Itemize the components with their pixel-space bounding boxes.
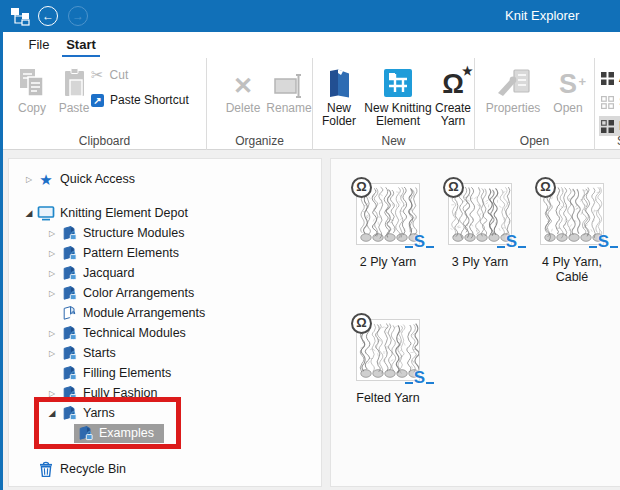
forward-button[interactable]: → <box>68 6 88 26</box>
create-yarn-button[interactable]: Ω★ Create Yarn <box>431 61 475 128</box>
paste-icon <box>53 61 95 99</box>
tree-item-module-arrangements[interactable]: Module Arrangements <box>9 303 321 323</box>
tree-item-starts[interactable]: ▷Starts <box>9 343 321 363</box>
tree-expander-collapsed-icon[interactable]: ▷ <box>46 229 58 238</box>
squares-filled-icon <box>601 72 614 85</box>
tree-item-inner: Examples <box>74 424 164 443</box>
tree-item-inner: Color Arrangements <box>58 284 204 303</box>
ribbon-group-organize: ✕ Delete Rename Organize <box>207 58 313 150</box>
yarn-item-2-ply-yarn[interactable]: ΩS2 Ply Yarn <box>345 175 431 291</box>
ribbon-tab-row: File Start <box>3 32 620 58</box>
tree-item-label: Filling Elements <box>83 366 171 380</box>
back-button[interactable]: ← <box>38 6 58 26</box>
tree-item-label: Module Arrangements <box>83 306 205 320</box>
yarn-omega-badge-icon: Ω <box>535 177 556 198</box>
tree-item-examples[interactable]: Examples <box>9 423 321 443</box>
tree-item-pattern-elements[interactable]: ▷Pattern Elements <box>9 243 321 263</box>
yarn-omega-badge-icon: Ω <box>443 177 464 198</box>
paste-shortcut-icon: ↗ <box>91 94 104 107</box>
yarn-thumbnail[interactable]: ΩS <box>540 183 604 245</box>
copy-button[interactable]: Copy <box>11 61 53 115</box>
tree-item-filling-elements[interactable]: Filling Elements <box>9 363 321 383</box>
yarn-item-3-ply-yarn[interactable]: ΩS3 Ply Yarn <box>437 175 523 291</box>
properties-button[interactable]: Properties <box>481 61 545 115</box>
tree-item-label: Quick Access <box>60 172 135 186</box>
view-all-button[interactable]: A <box>599 68 620 88</box>
tree-expander-collapsed-icon[interactable]: ▷ <box>46 389 58 398</box>
yarn-item-4-ply-yarn-cabl[interactable]: ΩS4 Ply Yarn, Cablé <box>529 175 615 291</box>
tree-item-quick-access[interactable]: ▷★Quick Access <box>9 169 321 189</box>
content-panel: ΩS2 Ply YarnΩS3 Ply YarnΩS4 Ply Yarn, Ca… <box>330 158 620 487</box>
tree-expander-collapsed-icon[interactable]: ▷ <box>46 269 58 278</box>
ribbon-group-open: Properties S+ Open Open <box>475 58 595 150</box>
tree-item-inner: Starts <box>58 344 126 363</box>
tree-item-knitting-element-depot[interactable]: ◢Knitting Element Depot <box>9 203 321 223</box>
yarn-item-felted-yarn[interactable]: ΩSFelted Yarn <box>345 311 431 427</box>
tree-expander-collapsed-icon[interactable]: ▷ <box>23 175 35 184</box>
titlebar: ← → Knit Explorer <box>0 0 620 32</box>
yarn-card-grid: ΩS2 Ply YarnΩS3 Ply YarnΩS4 Ply Yarn, Ca… <box>345 175 619 427</box>
tree-expander-expanded-icon[interactable]: ◢ <box>23 208 35 218</box>
tree-item-label: Jacquard <box>83 266 134 280</box>
tree-expander-collapsed-icon[interactable]: ▷ <box>46 289 58 298</box>
monitor-icon <box>37 205 55 222</box>
tree-item-label: Knitting Element Depot <box>60 206 188 220</box>
new-folder-icon <box>317 61 361 99</box>
tree-item-yarns[interactable]: ◢Yarns <box>9 403 321 423</box>
delete-button[interactable]: ✕ Delete <box>221 61 265 115</box>
tree-item-color-arrangements[interactable]: ▷Color Arrangements <box>9 283 321 303</box>
tree-item-recycle-bin[interactable]: Recycle Bin <box>9 459 321 479</box>
folder-lock-icon <box>60 365 78 382</box>
yarn-thumbnail[interactable]: ΩS <box>356 319 420 381</box>
tree-item-label: Color Arrangements <box>83 286 194 300</box>
paste-shortcut-button[interactable]: ↗ Paste Shortcut <box>91 91 189 109</box>
stoll-s-logo-icon: S <box>414 369 425 386</box>
group-label-organize: Organize <box>207 134 312 148</box>
folder-lock-icon <box>60 385 78 402</box>
view-small-button[interactable]: S <box>599 92 620 112</box>
yarn-thumbnail[interactable]: ΩS <box>356 183 420 245</box>
yarn-item-label: 2 Ply Yarn <box>345 255 431 270</box>
folder-lock-outline-icon <box>60 305 78 322</box>
app-icon[interactable] <box>10 7 30 26</box>
window-title: Knit Explorer <box>505 0 579 32</box>
tree-expander-collapsed-icon[interactable]: ▷ <box>46 329 58 338</box>
tab-start[interactable]: Start <box>59 32 103 58</box>
tree-item-inner: Yarns <box>58 404 125 423</box>
tree-item-inner: Fully Fashion <box>58 384 167 403</box>
yarn-thumbnail[interactable]: ΩS <box>448 183 512 245</box>
tree-item-technical-modules[interactable]: ▷Technical Modules <box>9 323 321 343</box>
yarn-item-label: 4 Ply Yarn, Cablé <box>529 255 615 285</box>
tree-expander-collapsed-icon[interactable]: ▷ <box>46 249 58 258</box>
group-label-open: Open <box>475 134 594 148</box>
star-icon: ★ <box>37 171 55 188</box>
paste-button[interactable]: Paste <box>53 61 95 115</box>
tree-item-jacquard[interactable]: ▷Jacquard <box>9 263 321 283</box>
folder-lock-icon <box>60 405 78 422</box>
tree-panel: ▷★Quick Access◢Knitting Element Depot▷St… <box>8 158 322 487</box>
open-button[interactable]: S+ Open <box>547 61 589 115</box>
view-large-button[interactable]: L <box>599 116 620 136</box>
stoll-s-logo-icon: S <box>414 233 425 250</box>
tree-item-label: Starts <box>83 346 116 360</box>
yarn-item-label: Felted Yarn <box>345 391 431 406</box>
new-folder-button[interactable]: New Folder <box>317 61 361 128</box>
folder-lock-icon <box>60 225 78 242</box>
tree-expander-collapsed-icon[interactable]: ▷ <box>46 349 58 358</box>
tree-item-label: Pattern Elements <box>83 246 179 260</box>
new-knitting-element-button[interactable]: New Knitting Element <box>361 61 435 128</box>
tree-item-inner: Technical Modules <box>58 324 196 343</box>
ribbon-group-view: A S L S <box>595 58 620 150</box>
folder-lock-icon <box>60 265 78 282</box>
folder-lock-icon <box>60 325 78 342</box>
rename-button[interactable]: Rename <box>265 61 313 115</box>
squares-mixed-icon <box>601 120 614 133</box>
tree-item-inner: Structure Modules <box>58 224 194 243</box>
tree-item-fully-fashion[interactable]: ▷Fully Fashion <box>9 383 321 403</box>
tree-expander-expanded-icon[interactable]: ◢ <box>46 408 58 418</box>
folder-lock-icon <box>60 245 78 262</box>
tree-item-structure-modules[interactable]: ▷Structure Modules <box>9 223 321 243</box>
yarn-omega-badge-icon: Ω <box>351 313 372 334</box>
tab-file[interactable]: File <box>17 32 61 58</box>
cut-button[interactable]: ✂ Cut <box>91 66 128 84</box>
